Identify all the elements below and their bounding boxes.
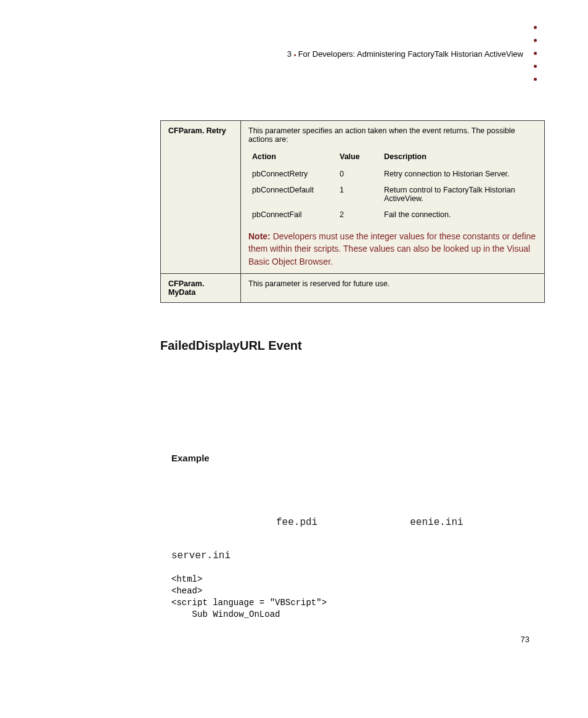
table-row: CFParam. Retry This parameter specifies … (161, 121, 545, 274)
code-block: <html> <head> <script language = "VBScri… (171, 574, 542, 621)
subtable-cell: Return control to FactoryTalk Historian … (380, 183, 537, 208)
note-block: Note: Developers must use the integer va… (248, 230, 537, 268)
filename: server.ini (171, 550, 231, 561)
filename: fee.pdi (276, 517, 317, 528)
page-header: 3 • For Developers: Administering Factor… (287, 49, 523, 59)
decoration-dots (534, 26, 537, 81)
param-name: CFParam. Retry (161, 121, 241, 274)
subtable-header: Value (336, 150, 380, 167)
section-heading: FailedDisplayURL Event (160, 339, 542, 353)
example-heading: Example (171, 453, 542, 463)
filename: eenie.ini (410, 517, 463, 528)
subtable-cell: Retry connection to Historian Server. (380, 167, 537, 183)
subtable-cell: pbConnectRetry (248, 167, 336, 183)
subtable-cell: 2 (336, 208, 380, 224)
note-label: Note: (248, 231, 271, 241)
actions-subtable: Action Value Description pbConnectRetry … (248, 150, 537, 224)
note-text: Developers must use the integer values f… (248, 231, 536, 266)
subtable-cell: Fail the connection. (380, 208, 537, 224)
subtable-cell: pbConnectDefault (248, 183, 336, 208)
chapter-title: For Developers: Administering FactoryTal… (298, 49, 523, 59)
params-table: CFParam. Retry This parameter specifies … (160, 120, 545, 303)
param-desc-cell: This parameter specifies an action taken… (241, 121, 545, 274)
subtable-cell: pbConnectFail (248, 208, 336, 224)
param-name: CFParam. MyData (161, 273, 241, 302)
table-row: CFParam. MyData This parameter is reserv… (161, 273, 545, 302)
subtable-header: Action (248, 150, 336, 167)
example-filenames: fee.pdieenie.ini server.ini (171, 517, 542, 561)
chapter-number: 3 (287, 49, 292, 59)
param-intro: This parameter specifies an action taken… (248, 126, 537, 144)
subtable-header: Description (380, 150, 537, 167)
param-desc: This parameter is reserved for future us… (241, 273, 545, 302)
subtable-cell: 0 (336, 167, 380, 183)
page-number: 73 (521, 635, 529, 644)
subtable-cell: 1 (336, 183, 380, 208)
